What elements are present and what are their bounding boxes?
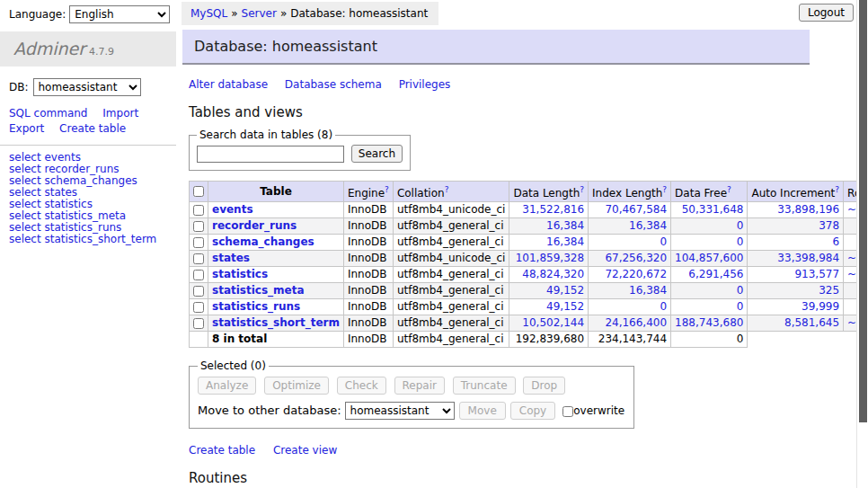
language-select[interactable]: English: [69, 5, 170, 23]
table-link-events[interactable]: events: [212, 203, 253, 216]
move-button[interactable]: Move: [459, 402, 506, 420]
engine-cell: InnoDB: [343, 235, 393, 251]
search-input[interactable]: [197, 146, 344, 163]
overwrite-checkbox[interactable]: [562, 406, 573, 417]
table-link-statistics[interactable]: statistics: [212, 268, 268, 280]
sidebar-export-link[interactable]: Export: [9, 122, 44, 135]
db-select[interactable]: homeassistant: [33, 78, 141, 96]
column-header-data-free: Data Free: [675, 187, 727, 200]
breadcrumb-mysql-link[interactable]: MySQL: [190, 7, 227, 20]
auto-increment-cell: 6: [748, 235, 844, 251]
database-actions: Alter database Database schema Privilege…: [189, 78, 857, 91]
data-length-cell: 10,502,144: [509, 315, 589, 332]
app-logo: Adminer4.7.9: [0, 31, 176, 67]
help-link-data-free[interactable]: ?: [727, 185, 731, 194]
collation-cell: utf8mb4_unicode_ci: [393, 202, 509, 218]
collation-cell: utf8mb4_general_ci: [393, 235, 509, 251]
create-table-link[interactable]: Create table: [189, 444, 255, 457]
sidebar-sql-command-link[interactable]: SQL command: [9, 107, 87, 120]
help-link-auto-increment[interactable]: ?: [835, 185, 839, 194]
data-length-cell: 31,522,816: [509, 202, 589, 218]
index-length-cell: 67,256,320: [589, 251, 671, 267]
row-checkbox-statistics_meta[interactable]: [193, 286, 204, 297]
help-link-index-length[interactable]: ?: [662, 185, 667, 194]
sidebar-import-link[interactable]: Import: [102, 107, 138, 120]
selected-buttons: Analyze Optimize Check Repair Truncate D…: [198, 377, 624, 395]
db-label: DB:: [9, 81, 29, 93]
sidebar-item-select-statistics-short-term[interactable]: select statistics_short_term: [9, 234, 176, 245]
copy-button[interactable]: Copy: [510, 402, 555, 420]
search-button[interactable]: Search: [351, 145, 403, 163]
data-free-cell: 188,743,680: [671, 315, 748, 332]
index-length-cell: 16,384: [589, 218, 671, 235]
engine-cell: InnoDB: [343, 299, 393, 315]
check-button[interactable]: Check: [337, 377, 386, 395]
collation-cell: utf8mb4_general_ci: [393, 299, 509, 315]
help-link-collation[interactable]: ?: [445, 185, 449, 194]
total-label-cell: 8 in total: [208, 332, 344, 348]
engine-cell: InnoDB: [343, 251, 393, 267]
index-length-cell: 0: [589, 235, 671, 251]
selected-fieldset: Selected (0) Analyze Optimize Check Repa…: [189, 359, 634, 429]
auto-increment-cell: 325: [748, 283, 844, 299]
row-checkbox-statistics_short_term[interactable]: [193, 318, 204, 329]
row-checkbox-statistics_runs[interactable]: [193, 302, 204, 313]
scrollbar-thumb[interactable]: [859, 0, 867, 422]
select-all-checkbox[interactable]: [193, 186, 204, 197]
row-checkbox-schema_changes[interactable]: [193, 237, 204, 248]
repair-button[interactable]: Repair: [394, 377, 445, 395]
breadcrumb: MySQL»Server»Database: homeassistant: [182, 2, 438, 25]
data-free-cell: 0: [671, 218, 748, 235]
privileges-link[interactable]: Privileges: [399, 78, 451, 91]
auto-increment-cell: 39,999: [748, 299, 844, 315]
drop-button[interactable]: Drop: [523, 377, 565, 395]
create-view-link[interactable]: Create view: [273, 444, 337, 457]
table-header-row: TableEngine?Collation?Data Length?Index …: [190, 182, 868, 202]
truncate-button[interactable]: Truncate: [453, 377, 516, 395]
index-length-cell: 72,220,672: [589, 267, 671, 283]
optimize-button[interactable]: Optimize: [264, 377, 329, 395]
table-link-states[interactable]: states: [212, 252, 250, 264]
table-row: statistics_short_termInnoDButf8mb4_gener…: [190, 315, 868, 332]
overwrite-label: overwrite: [573, 404, 624, 417]
data-free-cell: 0: [671, 235, 748, 251]
row-checkbox-states[interactable]: [193, 253, 204, 264]
vertical-scrollbar[interactable]: [856, 0, 868, 488]
column-header-data-length: Data Length: [513, 187, 580, 200]
row-checkbox-events[interactable]: [193, 205, 204, 216]
collation-cell: utf8mb4_general_ci: [393, 267, 509, 283]
logout-button[interactable]: Logout: [799, 4, 854, 22]
table-link-recorder_runs[interactable]: recorder_runs: [212, 219, 297, 232]
help-link-data-length[interactable]: ?: [580, 185, 584, 194]
data-length-cell: 49,152: [509, 283, 589, 299]
row-checkbox-recorder_runs[interactable]: [193, 221, 204, 232]
table-row: statistics_runsInnoDButf8mb4_general_ci4…: [190, 299, 868, 315]
row-checkbox-statistics[interactable]: [193, 270, 204, 280]
sidebar: Language:English Adminer4.7.9 DB:homeass…: [0, 0, 176, 245]
help-link-engine[interactable]: ?: [385, 185, 389, 194]
index-length-cell: 16,384: [589, 283, 671, 299]
table-link-statistics_short_term[interactable]: statistics_short_term: [212, 316, 340, 329]
alter-database-link[interactable]: Alter database: [189, 78, 268, 91]
app-name: Adminer: [13, 39, 85, 58]
table-link-schema_changes[interactable]: schema_changes: [212, 235, 314, 248]
auto-increment-cell: 8,581,645: [748, 315, 844, 332]
move-label: Move to other database:: [198, 404, 341, 417]
table-row: schema_changesInnoDButf8mb4_general_ci16…: [190, 235, 868, 251]
table-link-statistics_runs[interactable]: statistics_runs: [212, 300, 300, 313]
breadcrumb-separator: »: [231, 7, 237, 20]
table-row: statesInnoDButf8mb4_unicode_ci101,859,32…: [190, 251, 868, 267]
breadcrumb-server-link[interactable]: Server: [242, 7, 277, 20]
data-free-cell: 50,331,648: [671, 202, 748, 218]
analyze-button[interactable]: Analyze: [198, 377, 256, 395]
move-database-select[interactable]: homeassistant: [345, 402, 455, 420]
app-version[interactable]: 4.7.9: [89, 46, 114, 58]
sidebar-create-table-link[interactable]: Create table: [59, 122, 126, 135]
table-row: recorder_runsInnoDButf8mb4_general_ci16,…: [190, 218, 868, 235]
engine-cell: InnoDB: [343, 202, 393, 218]
table-link-statistics_meta[interactable]: statistics_meta: [212, 284, 305, 297]
total-data-length-cell: 192,839,680: [509, 332, 589, 348]
database-schema-link[interactable]: Database schema: [285, 78, 382, 91]
data-length-cell: 16,384: [509, 235, 589, 251]
language-label: Language:: [9, 8, 66, 21]
